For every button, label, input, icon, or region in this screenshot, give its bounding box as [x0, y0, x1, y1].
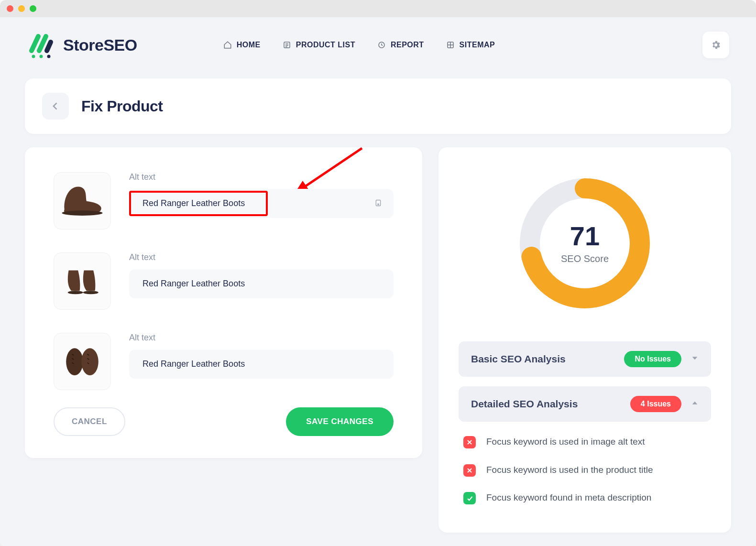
svg-point-13 — [62, 210, 102, 216]
svg-point-0 — [32, 55, 35, 58]
minimize-window-icon[interactable] — [18, 5, 25, 12]
issue-text: Focus keyword found in meta description — [486, 491, 651, 505]
nav-sitemap-label: SITEMAP — [460, 41, 495, 49]
alt-text-row: Alt text — [54, 252, 394, 310]
product-thumbnail — [54, 333, 111, 390]
close-window-icon[interactable] — [7, 5, 13, 12]
page-title: Fix Product — [81, 98, 163, 115]
cross-icon — [463, 436, 476, 448]
detailed-seo-accordion[interactable]: Detailed SEO Analysis 4 Issues — [459, 386, 711, 422]
home-icon — [223, 41, 232, 49]
svg-point-18 — [66, 348, 83, 375]
window-titlebar — [0, 0, 756, 17]
brand: StoreSEO — [27, 31, 137, 59]
alt-text-field-3[interactable] — [142, 359, 367, 369]
text-template-icon[interactable] — [374, 198, 382, 208]
nav-product-list-label: PRODUCT LIST — [296, 41, 355, 49]
chevron-up-icon — [691, 399, 699, 409]
brand-name: StoreSEO — [63, 36, 137, 55]
detailed-seo-badge: 4 Issues — [630, 396, 681, 412]
chevron-left-icon — [51, 101, 60, 111]
report-icon — [377, 41, 386, 49]
issue-text: Focus keyword is used in the product tit… — [486, 463, 653, 477]
issue-text: Focus keyword is used in image alt text — [486, 435, 645, 449]
product-thumbnail — [54, 252, 111, 310]
nav-report[interactable]: REPORT — [377, 41, 424, 49]
svg-point-19 — [81, 348, 99, 375]
save-changes-button[interactable]: SAVE CHANGES — [286, 407, 394, 436]
nav-sitemap[interactable]: SITEMAP — [446, 41, 495, 49]
chevron-down-icon — [691, 354, 699, 364]
svg-point-17 — [83, 291, 99, 294]
svg-point-2 — [47, 55, 51, 58]
alt-text-field-1[interactable] — [142, 198, 367, 208]
nav-home[interactable]: HOME — [223, 41, 261, 49]
issue-row: Focus keyword is used in the product tit… — [463, 463, 706, 477]
alt-text-row: Alt text — [54, 333, 394, 390]
maximize-window-icon[interactable] — [30, 5, 36, 12]
sitemap-icon — [446, 41, 455, 49]
seo-score-value: 71 — [570, 223, 600, 250]
detailed-seo-title: Detailed SEO Analysis — [471, 398, 630, 410]
seo-score-label: SEO Score — [561, 253, 609, 264]
list-icon — [283, 41, 291, 49]
brand-logo-icon — [27, 31, 55, 59]
issue-row: Focus keyword is used in image alt text — [463, 435, 706, 449]
nav-report-label: REPORT — [391, 41, 424, 49]
basic-seo-badge: No Issues — [624, 351, 681, 367]
product-thumbnail — [54, 172, 111, 229]
alt-text-label: Alt text — [129, 333, 394, 343]
svg-marker-22 — [692, 357, 698, 360]
alt-text-input-1[interactable] — [129, 189, 394, 218]
basic-seo-accordion[interactable]: Basic SEO Analysis No Issues — [459, 341, 711, 377]
settings-button[interactable] — [702, 32, 729, 58]
alt-text-input-3[interactable] — [129, 349, 394, 379]
seo-score-gauge: 71 SEO Score — [515, 174, 654, 313]
nav-product-list[interactable]: PRODUCT LIST — [283, 41, 355, 49]
issue-row: Focus keyword found in meta description — [463, 491, 706, 505]
cross-icon — [463, 464, 476, 477]
nav-home-label: HOME — [237, 41, 261, 49]
svg-point-1 — [40, 55, 43, 58]
cancel-button[interactable]: CANCEL — [54, 407, 125, 436]
back-button[interactable] — [42, 93, 69, 120]
gear-icon — [711, 40, 721, 50]
svg-marker-23 — [692, 402, 698, 404]
alt-text-input-2[interactable] — [129, 269, 394, 298]
alt-text-label: Alt text — [129, 252, 394, 262]
check-icon — [463, 492, 476, 504]
svg-point-16 — [68, 291, 83, 294]
svg-line-11 — [301, 148, 362, 189]
basic-seo-title: Basic SEO Analysis — [471, 353, 624, 365]
alt-text-field-2[interactable] — [142, 279, 367, 289]
